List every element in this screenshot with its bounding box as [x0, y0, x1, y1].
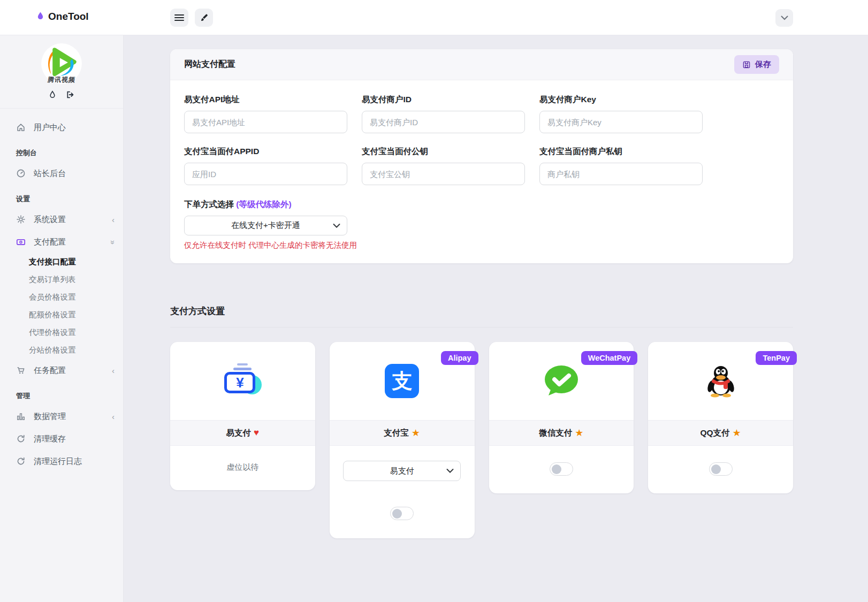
brand-logo[interactable]: OneTool: [36, 11, 89, 22]
order-mode-label: 下单方式选择 (等级代练除外): [184, 199, 779, 210]
floppy-save-icon: [742, 60, 751, 69]
alipay-logo-icon: 支: [385, 364, 419, 398]
toggle-knob: [711, 464, 721, 474]
epay-merchant-key-input[interactable]: [539, 111, 703, 133]
methods-section-title: 支付方式设置: [170, 305, 793, 317]
chevron-left-icon: ‹: [112, 216, 115, 224]
gauge-icon: [16, 169, 26, 178]
field-epay-merchant-key: 易支付商户Key: [539, 94, 703, 133]
wechat-enable-toggle[interactable]: [550, 462, 573, 476]
refresh-icon: [16, 456, 26, 466]
sidebar-menu: 用户中心 控制台 站长后台 设置 系统设置 ‹ 支付配置 » 支付接口配置 交易…: [0, 109, 123, 473]
field-epay-merchant-id: 易支付商户ID: [362, 94, 525, 133]
qq-enable-toggle[interactable]: [709, 462, 733, 476]
section-divider: [170, 327, 793, 327]
alipay-appid-input[interactable]: [184, 163, 347, 185]
sidebar-item-label: 系统设置: [34, 215, 66, 225]
sidebar-subitem-payment-interface[interactable]: 支付接口配置: [0, 253, 123, 271]
sidebar-item-payment-config[interactable]: 支付配置 »: [0, 231, 123, 253]
field-alipay-public-key: 支付宝当面付公钥: [362, 146, 525, 185]
sidebar-item-webmaster-backend[interactable]: 站长后台: [0, 162, 123, 185]
sidebar-subitem-order-list[interactable]: 交易订单列表: [0, 271, 123, 288]
sidebar-section-console: 控制台: [0, 139, 123, 162]
star-icon: ★: [412, 427, 420, 439]
alipay-channel-select[interactable]: 易支付: [343, 461, 461, 481]
card-icon-area: ¥: [170, 342, 315, 420]
payment-cards-row: ¥ 易支付 ♥ 虚位以待 Alipay 支 支付宝 ★ 易支付: [170, 342, 793, 538]
topbar: OneTool: [0, 0, 868, 35]
sidebar: 腾讯视频 用户中心 控制台 站长后台 设置: [0, 35, 124, 602]
wechatpay-badge: WeChatPay: [581, 351, 638, 365]
banknote-icon: [16, 237, 26, 247]
droplet-icon[interactable]: [48, 90, 57, 100]
sidebar-item-label: 清理缓存: [34, 434, 66, 444]
order-mode-note[interactable]: (等级代练除外): [236, 200, 291, 209]
sidebar-item-data-management[interactable]: 数据管理 ‹: [0, 405, 123, 428]
sidebar-subitem-quota-price[interactable]: 配额价格设置: [0, 306, 123, 324]
star-icon: ★: [733, 427, 741, 439]
card-name: 支付宝: [384, 428, 409, 439]
brand-name: OneTool: [48, 11, 89, 22]
card-title-band: QQ支付 ★: [648, 420, 793, 446]
alipay-public-key-input[interactable]: [362, 163, 525, 185]
sidebar-item-label: 支付配置: [34, 237, 66, 247]
pay-card-wechat: WeChatPay 微信支付 ★: [489, 342, 634, 493]
chevron-down-icon: [781, 16, 788, 20]
chevron-left-icon: ‹: [112, 413, 115, 421]
pay-card-alipay: Alipay 支 支付宝 ★ 易支付: [330, 342, 475, 538]
sidebar-subitem-member-price[interactable]: 会员价格设置: [0, 288, 123, 306]
toggle-knob: [552, 464, 561, 474]
chevrons-down-icon: »: [109, 240, 117, 243]
sidebar-item-label: 数据管理: [34, 412, 66, 422]
avatar[interactable]: 腾讯视频: [41, 43, 82, 85]
sidebar-item-user-center[interactable]: 用户中心: [0, 116, 123, 139]
gear-icon: [16, 215, 26, 224]
sidebar-item-label: 清理运行日志: [34, 456, 82, 467]
logout-icon[interactable]: [65, 90, 75, 100]
theme-button[interactable]: [195, 9, 213, 27]
card-body: [489, 446, 634, 493]
order-mode-block: 下单方式选择 (等级代练除外) 在线支付+卡密开通 仅允许在线支付时 代理中心生…: [184, 199, 779, 250]
field-alipay-private-key: 支付宝当面付商户私钥: [539, 146, 703, 185]
alipay-enable-toggle[interactable]: [390, 507, 414, 520]
tasks-icon: [16, 365, 26, 375]
paint-brush-icon: [200, 13, 209, 22]
main-content: 网站支付配置 保存 易支付API地址 易支付商户ID 易支付商户Ke: [170, 49, 793, 538]
card-title-band: 支付宝 ★: [330, 420, 475, 446]
field-label: 易支付API地址: [184, 94, 347, 105]
sidebar-item-system-settings[interactable]: 系统设置 ‹: [0, 208, 123, 231]
alipay-channel-selected-value: 易支付: [390, 466, 414, 476]
topbar-dropdown-button[interactable]: [775, 9, 793, 27]
alipay-private-key-input[interactable]: [539, 163, 703, 185]
order-mode-select[interactable]: 在线支付+卡密开通: [184, 216, 347, 235]
profile-block: 腾讯视频: [0, 35, 123, 109]
card-name: 微信支付: [539, 428, 572, 439]
epay-merchant-id-input[interactable]: [362, 111, 525, 133]
field-label: 易支付商户ID: [362, 94, 525, 105]
toggle-knob: [392, 509, 402, 519]
epay-api-url-input[interactable]: [184, 111, 347, 133]
sidebar-item-label: 用户中心: [34, 123, 66, 133]
save-button[interactable]: 保存: [734, 55, 779, 74]
save-button-label: 保存: [755, 59, 771, 70]
card-name: 易支付: [226, 428, 252, 439]
order-mode-selected-value: 在线支付+卡密开通: [231, 220, 300, 231]
sidebar-subitem-agent-price[interactable]: 代理价格设置: [0, 324, 123, 341]
tenpay-badge: TenPay: [756, 351, 797, 365]
order-mode-label-text: 下单方式选择: [184, 200, 234, 209]
field-label: 支付宝当面付商户私钥: [539, 146, 703, 157]
sidebar-toggle-button[interactable]: [170, 9, 188, 27]
avatar-caption: 腾讯视频: [40, 75, 83, 85]
droplet-logo-icon: [36, 11, 44, 22]
sidebar-item-label: 任务配置: [34, 365, 66, 376]
chevron-down-icon: [333, 223, 340, 228]
hamburger-icon: [174, 14, 184, 21]
sidebar-subitem-substation-price[interactable]: 分站价格设置: [0, 341, 123, 359]
card-body: 易支付API地址 易支付商户ID 易支付商户Key 支付宝当面付APPID 支付…: [170, 80, 793, 263]
sidebar-item-clear-cache[interactable]: 清理缓存: [0, 428, 123, 450]
sidebar-item-clear-logs[interactable]: 清理运行日志: [0, 450, 123, 473]
sidebar-item-task-config[interactable]: 任务配置 ‹: [0, 359, 123, 382]
sidebar-section-settings: 设置: [0, 185, 123, 208]
bar-chart-icon: [16, 412, 26, 421]
refresh-icon: [16, 434, 26, 444]
